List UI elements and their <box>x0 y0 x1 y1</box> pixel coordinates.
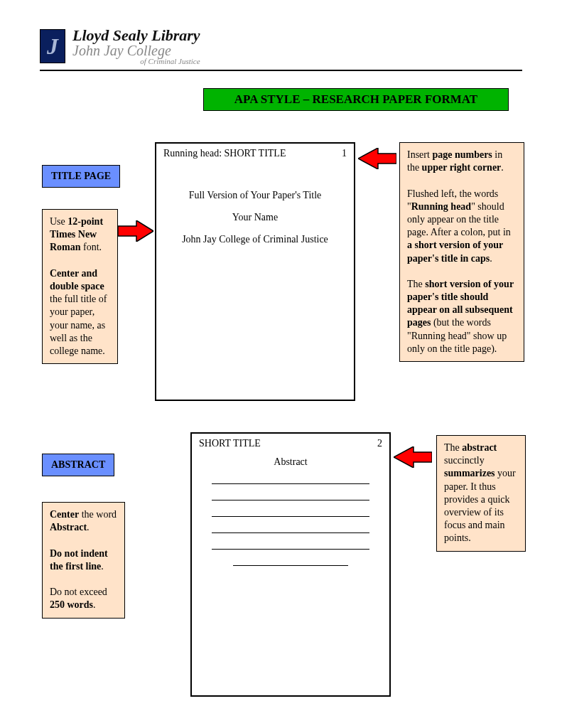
t: a short version of your paper's title in… <box>407 240 503 263</box>
page-number: 2 <box>377 438 382 449</box>
note-abstract-summary: The abstract succinctly summarizes your … <box>436 435 526 552</box>
t: Do not exceed <box>50 587 107 597</box>
t: Use <box>50 216 67 227</box>
page2-header-row: SHORT TITLE 2 <box>192 434 389 449</box>
page-number: 1 <box>342 148 347 159</box>
text-line <box>212 483 369 484</box>
t: Running head <box>411 201 471 212</box>
page1-body: Full Version of Your Paper's Title Your … <box>156 185 354 250</box>
full-title: Full Version of Your Paper's Title <box>156 185 354 207</box>
note-abstract-instructions: Center the word Abstract. Do not indent … <box>42 502 125 619</box>
tag-title-page: TITLE PAGE <box>42 165 120 188</box>
tag-abstract: ABSTRACT <box>42 454 114 476</box>
svg-marker-2 <box>394 446 432 468</box>
header-line-3: of Criminal Justice <box>72 58 200 65</box>
t: The <box>407 279 425 289</box>
t: Insert <box>407 149 432 160</box>
t: page numbers <box>432 149 492 160</box>
abstract-heading: Abstract <box>192 456 389 468</box>
header-text-block: Lloyd Sealy Library John Jay College of … <box>72 28 200 65</box>
t: . <box>87 522 90 532</box>
t: 250 words <box>50 599 93 610</box>
t: . <box>93 599 96 610</box>
t: Center and double space <box>50 268 104 291</box>
svg-marker-0 <box>118 220 153 242</box>
library-logo-icon: J <box>40 29 65 63</box>
note-page-numbers: Insert page numbers in the upper right c… <box>399 142 524 362</box>
t: the full title of your paper, your name,… <box>50 294 107 356</box>
svg-marker-1 <box>358 148 396 169</box>
t: succinctly <box>444 455 485 466</box>
doc-title-bar: APA STYLE – RESEARCH PAPER FORMAT <box>203 88 509 111</box>
t: Abstract <box>50 522 87 532</box>
t: Center <box>50 509 79 520</box>
arrow-left-icon <box>358 148 396 169</box>
running-head-text: Running head: SHORT TITLE <box>163 148 286 159</box>
library-header: J Lloyd Sealy Library John Jay College o… <box>40 26 522 71</box>
t: The <box>444 442 462 453</box>
t: . <box>101 561 104 572</box>
header-line-1: Lloyd Sealy Library <box>72 28 200 43</box>
author-name: Your Name <box>156 207 354 229</box>
t: upper right corner <box>422 162 502 173</box>
logo-letter: J <box>47 33 58 60</box>
running-head-text: SHORT TITLE <box>199 438 261 449</box>
t: font. <box>81 242 102 252</box>
header-line-2: John Jay College <box>72 43 200 58</box>
t: summarizes <box>444 468 495 478</box>
t: the word <box>79 509 117 520</box>
t: abstract <box>462 442 497 453</box>
text-line <box>212 516 369 517</box>
arrow-right-icon <box>118 220 153 242</box>
text-line <box>212 549 369 550</box>
page-preview-abstract: SHORT TITLE 2 Abstract <box>190 432 391 697</box>
t: Do not indent the first line <box>50 548 108 572</box>
t: . <box>501 162 504 173</box>
college-name: John Jay College of Criminal Justice <box>156 229 354 251</box>
abstract-body-lines <box>192 483 389 566</box>
text-line <box>212 532 369 533</box>
text-line <box>212 500 369 500</box>
page-preview-title: Running head: SHORT TITLE 1 Full Version… <box>155 142 355 401</box>
t: your paper. It thus provides a quick ove… <box>444 468 516 543</box>
t: . <box>490 253 492 264</box>
arrow-left-icon <box>394 446 432 468</box>
text-line <box>233 565 347 566</box>
note-font: Use 12-point Times New Roman font. Cente… <box>42 209 118 364</box>
page1-header-row: Running head: SHORT TITLE 1 <box>156 144 354 159</box>
